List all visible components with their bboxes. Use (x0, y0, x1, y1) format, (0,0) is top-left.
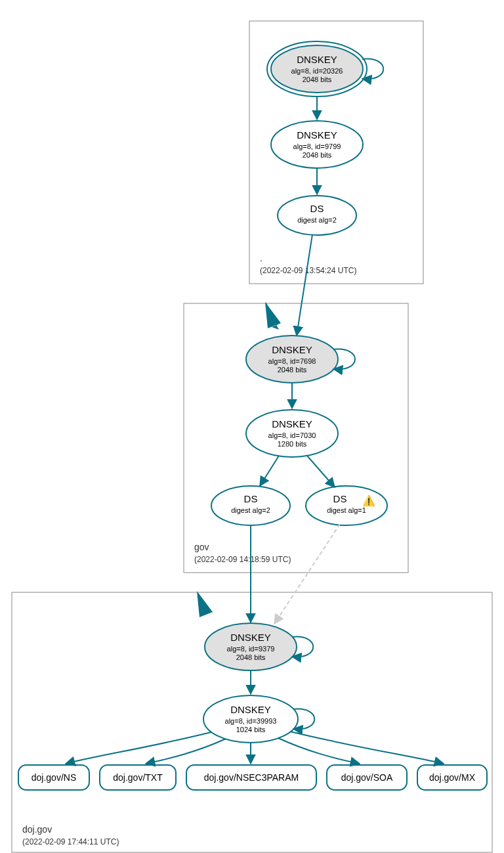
leaf-soa-text: doj.gov/SOA (341, 772, 393, 783)
dnssec-chain-diagram: . (2022-02-09 13:54:24 UTC) DNSKEY alg=8… (0, 0, 504, 853)
doj-ksk-line1: alg=8, id=9379 (227, 645, 275, 653)
root-ds-title: DS (310, 203, 324, 214)
leaf-txt-text: doj.gov/TXT (113, 772, 163, 783)
root-ksk-title: DNSKEY (297, 54, 337, 65)
gov-ds-a-title: DS (244, 493, 258, 504)
gov-zsk-line2: 1280 bits (278, 440, 307, 448)
doj-zsk-line1: alg=8, id=39993 (225, 717, 277, 725)
svg-point-7 (211, 486, 290, 525)
root-ds-line1: digest alg=2 (297, 216, 337, 224)
gov-zsk-title: DNSKEY (272, 418, 312, 429)
root-zsk-title: DNSKEY (297, 129, 337, 141)
zone-doj-timestamp: (2022-02-09 17:44:11 UTC) (22, 837, 119, 846)
edge-zsk-mx (290, 732, 444, 764)
doj-zsk-line2: 1024 bits (236, 726, 266, 733)
gov-ds-b-title: DS (333, 493, 347, 504)
zone-root-label: . (260, 253, 262, 263)
doj-zsk-node: DNSKEY alg=8, id=39993 1024 bits (203, 695, 298, 743)
gov-zsk-node: DNSKEY alg=8, id=7030 1280 bits (246, 410, 338, 457)
svg-point-3 (278, 196, 356, 235)
warning-icon: ⚠️ (362, 494, 375, 507)
gov-zsk-line1: alg=8, id=7030 (268, 431, 316, 439)
leaf-ns: doj.gov/NS (18, 765, 89, 790)
root-ds-node: DS digest alg=2 (278, 196, 356, 235)
doj-ksk-node: DNSKEY alg=8, id=9379 2048 bits (205, 623, 297, 670)
zone-gov-timestamp: (2022-02-09 14:18:59 UTC) (194, 555, 291, 564)
gov-ds-b-line1: digest alg=1 (327, 506, 366, 514)
edge-zsk-ns (66, 732, 211, 764)
gov-ksk-line1: alg=8, id=7698 (268, 357, 316, 365)
root-ksk-line2: 2048 bits (303, 76, 332, 83)
leaf-txt: doj.gov/TXT (100, 765, 176, 790)
root-zsk-node: DNSKEY alg=8, id=9799 2048 bits (271, 121, 363, 168)
root-ksk-node: DNSKEY alg=8, id=20326 2048 bits (267, 41, 367, 97)
zone-root-timestamp: (2022-02-09 13:54:24 UTC) (260, 266, 356, 275)
deleg-arrow-gov-doj (197, 591, 213, 617)
leaf-mx-text: doj.gov/MX (429, 772, 476, 783)
leaf-mx: doj.gov/MX (417, 765, 487, 790)
root-zsk-line1: alg=8, id=9799 (293, 142, 341, 150)
zone-doj-label: doj.gov (22, 824, 52, 835)
root-zsk-line2: 2048 bits (303, 151, 332, 159)
leaf-soa: doj.gov/SOA (327, 765, 407, 790)
gov-ds-a-node: DS digest alg=2 (211, 486, 290, 525)
doj-ksk-line2: 2048 bits (236, 653, 266, 661)
edge-rootds-govksk (297, 234, 312, 336)
leaf-nsec3-text: doj.gov/NSEC3PARAM (204, 772, 299, 783)
edge-gov-zsk-dsa (260, 456, 279, 486)
gov-ksk-node: DNSKEY alg=8, id=7698 2048 bits (246, 336, 338, 383)
gov-ksk-line2: 2048 bits (278, 366, 307, 374)
leaf-nsec3: doj.gov/NSEC3PARAM (186, 765, 316, 790)
gov-ds-b-node: DS ⚠️ digest alg=1 (306, 486, 387, 525)
gov-ksk-title: DNSKEY (272, 344, 312, 355)
edge-gov-zsk-dsb (307, 456, 335, 487)
root-ksk-line1: alg=8, id=20326 (291, 67, 343, 75)
svg-marker-4 (265, 302, 281, 328)
gov-ds-a-line1: digest alg=2 (231, 506, 270, 514)
doj-ksk-title: DNSKEY (230, 632, 271, 643)
doj-zsk-title: DNSKEY (230, 704, 271, 715)
edge-zsk-txt (146, 739, 226, 764)
edge-zsk-soa (278, 738, 360, 764)
leaf-ns-text: doj.gov/NS (32, 772, 76, 783)
edge-govdsb-dojksk (274, 524, 340, 624)
zone-gov-label: gov (194, 542, 209, 552)
